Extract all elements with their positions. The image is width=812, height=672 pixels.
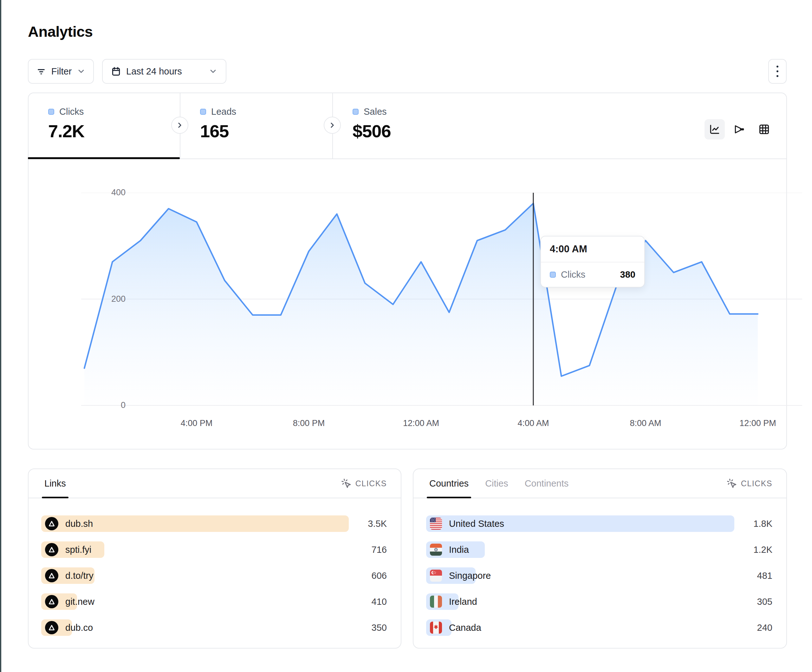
- country-row[interactable]: Ireland 305: [426, 594, 773, 610]
- link-row[interactable]: spti.fyi 716: [41, 541, 387, 558]
- tooltip-legend-chip: [550, 272, 556, 278]
- link-clicks-value: 716: [349, 544, 387, 555]
- line-chart-icon: [709, 123, 721, 135]
- links-metric-badge[interactable]: CLICKS: [341, 478, 387, 489]
- canada-flag-icon: [430, 622, 442, 634]
- more-options-button[interactable]: [768, 59, 786, 84]
- funnel-view-button[interactable]: [729, 119, 749, 140]
- tab-leads[interactable]: Leads 165: [180, 93, 332, 159]
- country-label: Canada: [449, 623, 481, 633]
- countries-metric-label: CLICKS: [741, 479, 773, 488]
- link-row[interactable]: git.new 410: [41, 594, 387, 610]
- leads-tab-label: Leads: [211, 106, 236, 117]
- tab-cities[interactable]: Cities: [485, 469, 508, 498]
- x-axis-tick: 4:00 AM: [508, 418, 559, 428]
- link-row[interactable]: dub.sh 3.5K: [41, 515, 387, 532]
- chevron-right-icon: [176, 121, 184, 129]
- y-axis-tick: 200: [87, 294, 126, 304]
- chart-plot[interactable]: [81, 193, 802, 406]
- active-tab-underline: [28, 157, 180, 159]
- filter-icon: [36, 66, 46, 77]
- y-axis-tick: 400: [87, 188, 126, 198]
- clicks-expand-button[interactable]: [171, 117, 188, 134]
- line-chart-view-button[interactable]: [705, 119, 725, 140]
- link-clicks-value: 3.5K: [349, 518, 387, 529]
- link-label: git.new: [65, 597, 94, 607]
- chevron-down-icon: [77, 67, 85, 76]
- filter-button[interactable]: Filter: [28, 59, 94, 84]
- countries-rows: United States 1.8K India 1.2K: [413, 498, 786, 636]
- tab-continents[interactable]: Continents: [525, 469, 569, 498]
- sales-tab-value: $506: [353, 121, 391, 142]
- country-label: Singapore: [449, 571, 491, 581]
- country-row[interactable]: Canada 240: [426, 619, 773, 636]
- country-clicks-value: 1.8K: [734, 518, 773, 529]
- x-axis-tick: 8:00 AM: [620, 418, 671, 428]
- tab-countries[interactable]: Countries: [429, 469, 469, 498]
- sales-tab-label: Sales: [364, 106, 387, 117]
- clicks-legend-chip: [48, 109, 54, 115]
- stats-tabs-row: Clicks 7.2K Leads 165 Sales $506: [29, 93, 786, 159]
- countries-panel: Countries Cities Continents CLICKS: [413, 469, 787, 648]
- dub-logo-icon: [45, 569, 58, 582]
- link-row[interactable]: dub.co 350: [41, 619, 387, 636]
- table-view-icon: [758, 123, 770, 135]
- country-clicks-value: 1.2K: [734, 544, 773, 555]
- leads-tab-value: 165: [200, 121, 332, 142]
- leads-expand-button[interactable]: [324, 117, 341, 134]
- clicks-area-chart[interactable]: 0200400 4:00 PM8:00 PM12:00 AM4:00 AM8:0…: [81, 193, 802, 406]
- dub-logo-icon: [45, 543, 58, 556]
- dub-logo-icon: [45, 517, 58, 530]
- kebab-menu-icon: [776, 66, 778, 77]
- date-range-label: Last 24 hours: [126, 66, 182, 77]
- y-axis-tick: 0: [87, 400, 126, 410]
- tab-links[interactable]: Links: [44, 469, 66, 498]
- table-view-button[interactable]: [754, 119, 774, 140]
- x-axis-tick: 12:00 AM: [396, 418, 447, 428]
- singapore-flag-icon: [430, 570, 442, 582]
- cursor-click-icon: [727, 478, 737, 489]
- country-row[interactable]: Singapore 481: [426, 567, 773, 584]
- leads-legend-chip: [200, 109, 206, 115]
- analytics-card: Clicks 7.2K Leads 165 Sales $506: [28, 92, 787, 449]
- cursor-click-icon: [341, 478, 351, 489]
- clicks-tab-label: Clicks: [59, 106, 84, 117]
- link-row[interactable]: d.to/try 606: [41, 567, 387, 584]
- ireland-flag-icon: [430, 595, 442, 608]
- link-label: dub.co: [65, 623, 93, 633]
- tooltip-value: 380: [620, 269, 635, 280]
- tab-sales[interactable]: Sales $506: [332, 93, 786, 159]
- calendar-icon: [111, 66, 121, 77]
- analytics-page: Analytics Filter Last 24 hours: [0, 0, 812, 672]
- link-clicks-value: 606: [349, 571, 387, 581]
- country-label: Ireland: [449, 597, 477, 607]
- x-axis-tick: 8:00 PM: [283, 418, 334, 428]
- country-label: India: [449, 544, 469, 555]
- page-title: Analytics: [28, 23, 92, 40]
- link-clicks-value: 350: [349, 623, 387, 633]
- area-fill: [84, 203, 758, 406]
- link-label: dub.sh: [65, 518, 93, 529]
- india-flag-icon: [430, 544, 442, 556]
- dub-logo-icon: [45, 621, 58, 634]
- tab-clicks[interactable]: Clicks 7.2K: [29, 93, 180, 159]
- countries-metric-badge[interactable]: CLICKS: [727, 478, 773, 489]
- x-axis-tick: 4:00 PM: [171, 418, 222, 428]
- clicks-tab-value: 7.2K: [48, 121, 180, 142]
- country-clicks-value: 240: [734, 623, 773, 633]
- dub-logo-icon: [45, 595, 58, 608]
- filter-button-label: Filter: [51, 66, 72, 77]
- country-row[interactable]: United States 1.8K: [426, 515, 773, 532]
- date-range-button[interactable]: Last 24 hours: [102, 59, 226, 84]
- chart-tooltip: 4:00 AM Clicks 380: [540, 236, 645, 288]
- country-label: United States: [449, 518, 504, 529]
- funnel-chart-icon: [734, 123, 745, 135]
- links-metric-label: CLICKS: [355, 479, 387, 488]
- link-label: d.to/try: [65, 571, 94, 581]
- tooltip-series-name: Clicks: [561, 269, 585, 280]
- country-row[interactable]: India 1.2K: [426, 541, 773, 558]
- links-rows: dub.sh 3.5K spti.fyi 716 d.to/try 606: [29, 498, 401, 636]
- chevron-down-icon: [209, 67, 218, 76]
- chart-view-toggles: [705, 119, 774, 140]
- x-axis-tick: 12:00 PM: [732, 418, 783, 428]
